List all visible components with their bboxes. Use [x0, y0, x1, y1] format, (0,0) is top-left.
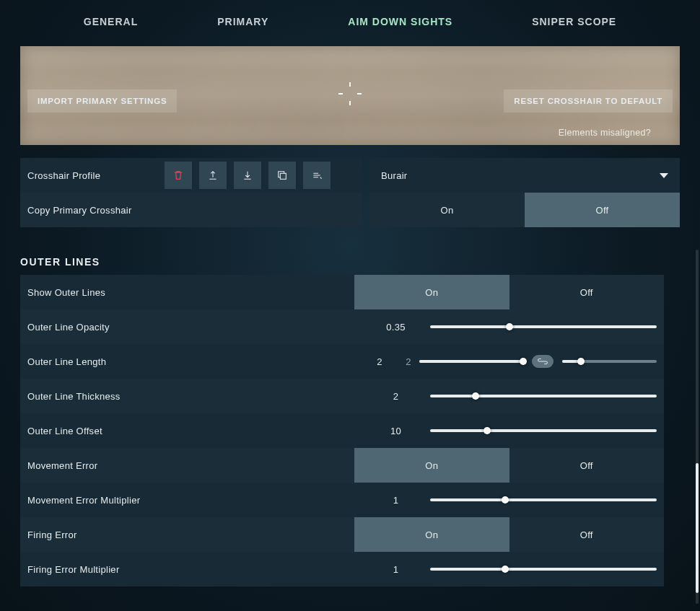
length-link-toggle[interactable] [532, 355, 554, 368]
settings-tabs: GENERAL PRIMARY AIM DOWN SIGHTS SNIPER S… [0, 0, 700, 40]
outer-line-length-label: Outer Line Length [20, 344, 354, 379]
outer-line-opacity-value[interactable]: 0.35 [362, 322, 430, 333]
edit-profile-button[interactable] [303, 162, 331, 189]
profile-controls: Crosshair Profile [20, 158, 362, 193]
copy-primary-label: Copy Primary Crosshair [20, 193, 362, 227]
scrollbar-thumb[interactable] [696, 463, 699, 593]
outer-line-opacity-label: Outer Line Opacity [20, 309, 354, 344]
profile-label: Crosshair Profile [27, 170, 157, 181]
outer-line-length-slider-b[interactable] [562, 360, 657, 363]
outer-lines-list: Show Outer Lines On Off Outer Line Opaci… [20, 275, 680, 586]
row-firing-error: Firing Error On Off [20, 517, 664, 552]
profile-selected-value: Burair [381, 170, 407, 181]
outer-line-opacity-slider[interactable] [430, 325, 657, 328]
tab-primary[interactable]: PRIMARY [217, 16, 268, 27]
export-profile-button[interactable] [199, 162, 227, 189]
reset-crosshair-button[interactable]: RESET CROSSHAIR TO DEFAULT [504, 89, 673, 113]
outer-line-length-slider-a[interactable] [419, 360, 523, 363]
tab-sniper-scope[interactable]: SNIPER SCOPE [532, 16, 616, 27]
copy-primary-off[interactable]: Off [525, 193, 680, 227]
tab-aim-down-sights[interactable]: AIM DOWN SIGHTS [348, 16, 452, 27]
import-profile-button[interactable] [234, 162, 261, 189]
copy-profile-button[interactable] [268, 162, 296, 189]
row-outer-line-thickness: Outer Line Thickness 2 [20, 379, 664, 413]
delete-icon [172, 170, 184, 181]
profile-select[interactable]: Burair [369, 158, 680, 193]
crosshair-icon [336, 79, 364, 108]
row-outer-line-length: Outer Line Length 2 2 [20, 344, 664, 379]
svg-rect-0 [280, 173, 286, 179]
copy-primary-on[interactable]: On [369, 193, 525, 227]
row-outer-line-opacity: Outer Line Opacity 0.35 [20, 309, 664, 344]
movement-error-multiplier-slider[interactable] [430, 498, 657, 501]
movement-error-multiplier-label: Movement Error Multiplier [20, 483, 354, 517]
firing-error-off[interactable]: Off [509, 517, 665, 552]
row-movement-error: Movement Error On Off [20, 448, 664, 483]
show-outer-lines-off[interactable]: Off [509, 275, 665, 309]
movement-error-label: Movement Error [20, 448, 354, 483]
copy-icon [276, 170, 288, 181]
row-outer-line-offset: Outer Line Offset 10 [20, 413, 664, 448]
edit-icon [311, 170, 323, 181]
outer-line-length-value[interactable]: 2 [362, 356, 398, 367]
show-outer-lines-label: Show Outer Lines [20, 275, 354, 309]
misaligned-link[interactable]: Elements misaligned? [559, 128, 651, 138]
outer-line-thickness-slider[interactable] [430, 395, 657, 397]
row-movement-error-multiplier: Movement Error Multiplier 1 [20, 483, 664, 517]
movement-error-on[interactable]: On [354, 448, 509, 483]
show-outer-lines-on[interactable]: On [354, 275, 509, 309]
outer-line-length-value2[interactable]: 2 [398, 356, 419, 367]
movement-error-multiplier-value[interactable]: 1 [362, 495, 430, 506]
row-firing-error-multiplier: Firing Error Multiplier 1 [20, 552, 664, 586]
outer-line-offset-slider[interactable] [430, 429, 657, 432]
outer-lines-heading: OUTER LINES [20, 256, 680, 268]
outer-line-offset-value[interactable]: 10 [362, 426, 430, 436]
firing-error-multiplier-slider[interactable] [430, 568, 657, 571]
firing-error-multiplier-value[interactable]: 1 [362, 564, 430, 575]
copy-primary-row: Copy Primary Crosshair On Off [20, 193, 680, 227]
copy-primary-toggle: On Off [369, 193, 680, 227]
firing-error-label: Firing Error [20, 517, 354, 552]
outer-line-offset-label: Outer Line Offset [20, 413, 354, 448]
chevron-down-icon [660, 173, 668, 178]
import-primary-settings-button[interactable]: IMPORT PRIMARY SETTINGS [27, 89, 177, 113]
link-icon [538, 358, 548, 365]
scrollbar-track[interactable] [696, 250, 699, 604]
outer-line-thickness-label: Outer Line Thickness [20, 379, 354, 413]
export-icon [207, 170, 219, 181]
crosshair-profile-bar: Crosshair Profile Burair [20, 158, 680, 193]
row-show-outer-lines: Show Outer Lines On Off [20, 275, 664, 309]
delete-profile-button[interactable] [165, 162, 192, 189]
tab-general[interactable]: GENERAL [84, 16, 138, 27]
import-icon [242, 170, 253, 181]
firing-error-multiplier-label: Firing Error Multiplier [20, 552, 354, 586]
firing-error-on[interactable]: On [354, 517, 509, 552]
outer-line-thickness-value[interactable]: 2 [362, 391, 430, 402]
crosshair-preview-panel: IMPORT PRIMARY SETTINGS RESET CROSSHAIR … [20, 46, 680, 145]
movement-error-off[interactable]: Off [509, 448, 665, 483]
